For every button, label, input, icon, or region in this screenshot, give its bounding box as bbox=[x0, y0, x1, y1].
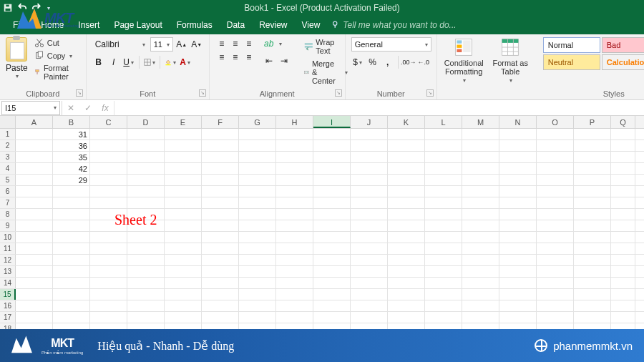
row-header[interactable]: 2 bbox=[0, 140, 16, 151]
dialog-launcher-icon[interactable]: ↘ bbox=[426, 89, 434, 97]
row-header[interactable]: 12 bbox=[0, 255, 16, 265]
cell[interactable] bbox=[276, 220, 313, 231]
cell[interactable] bbox=[127, 140, 165, 151]
cell[interactable] bbox=[202, 220, 239, 231]
cell[interactable] bbox=[276, 152, 313, 162]
tab-file[interactable]: File bbox=[6, 17, 34, 34]
cell[interactable] bbox=[239, 278, 276, 288]
cell[interactable] bbox=[53, 289, 90, 300]
cell[interactable] bbox=[611, 140, 635, 151]
cell[interactable] bbox=[425, 163, 462, 174]
col-header-K[interactable]: K bbox=[388, 116, 425, 128]
align-top-icon[interactable]: ≡ bbox=[215, 37, 228, 50]
style-calculation[interactable]: Calculation bbox=[602, 54, 644, 70]
cell[interactable] bbox=[202, 243, 239, 254]
cell[interactable] bbox=[202, 175, 239, 185]
cell[interactable] bbox=[276, 175, 313, 185]
cell[interactable] bbox=[611, 255, 635, 265]
cell[interactable] bbox=[127, 129, 165, 140]
cell[interactable] bbox=[574, 175, 611, 185]
cell[interactable] bbox=[462, 209, 499, 220]
cell[interactable] bbox=[388, 243, 425, 254]
col-header-P[interactable]: P bbox=[574, 116, 611, 128]
cell[interactable] bbox=[611, 312, 635, 323]
comma-format-icon[interactable]: , bbox=[381, 56, 394, 69]
row-header[interactable]: 5 bbox=[0, 175, 16, 185]
cell[interactable] bbox=[90, 175, 127, 185]
cell[interactable] bbox=[239, 186, 276, 197]
percent-format-icon[interactable]: % bbox=[366, 56, 379, 69]
cell[interactable] bbox=[165, 266, 202, 277]
banner-site[interactable]: phanmemmkt.vn bbox=[535, 339, 633, 352]
cell[interactable] bbox=[276, 278, 313, 288]
cell[interactable] bbox=[351, 289, 388, 300]
decrease-font-icon[interactable]: A▼ bbox=[190, 38, 203, 51]
accounting-format-icon[interactable]: $▾ bbox=[351, 56, 364, 69]
cell[interactable] bbox=[351, 278, 388, 288]
col-header-A[interactable]: A bbox=[16, 116, 53, 128]
cell[interactable] bbox=[276, 312, 313, 323]
format-as-table-button[interactable]: Format as Table▾ bbox=[489, 37, 532, 84]
decrease-decimal-icon[interactable]: ←.0 bbox=[417, 56, 430, 69]
cell[interactable] bbox=[499, 220, 537, 231]
cell[interactable] bbox=[351, 163, 388, 174]
cell[interactable] bbox=[462, 186, 499, 197]
cell[interactable] bbox=[90, 197, 127, 208]
cell[interactable] bbox=[351, 152, 388, 162]
cell[interactable] bbox=[351, 220, 388, 231]
cell[interactable] bbox=[425, 220, 462, 231]
cell[interactable] bbox=[574, 255, 611, 265]
cell[interactable] bbox=[499, 129, 537, 140]
cell[interactable] bbox=[499, 163, 537, 174]
cell[interactable] bbox=[165, 209, 202, 220]
cell[interactable] bbox=[425, 186, 462, 197]
cell[interactable] bbox=[90, 278, 127, 288]
cell[interactable] bbox=[611, 197, 635, 208]
cell[interactable] bbox=[611, 175, 635, 185]
cell[interactable] bbox=[388, 266, 425, 277]
cell[interactable] bbox=[239, 220, 276, 231]
col-header-C[interactable]: C bbox=[90, 116, 127, 128]
cell[interactable] bbox=[462, 243, 499, 254]
cell[interactable] bbox=[239, 129, 276, 140]
cell[interactable] bbox=[388, 186, 425, 197]
cell[interactable] bbox=[537, 289, 574, 300]
row-header[interactable]: 8 bbox=[0, 209, 16, 220]
cell[interactable] bbox=[574, 129, 611, 140]
cell[interactable] bbox=[313, 152, 351, 162]
cell[interactable] bbox=[90, 140, 127, 151]
cell[interactable] bbox=[276, 243, 313, 254]
font-name-select[interactable]: Calibri▾ bbox=[92, 39, 148, 49]
cell[interactable] bbox=[127, 243, 165, 254]
bold-button[interactable]: B bbox=[92, 56, 105, 69]
cell[interactable] bbox=[16, 289, 53, 300]
cell[interactable] bbox=[239, 232, 276, 243]
cell[interactable] bbox=[351, 255, 388, 265]
cell[interactable] bbox=[351, 209, 388, 220]
row-header[interactable]: 14 bbox=[0, 278, 16, 288]
cell[interactable] bbox=[127, 197, 165, 208]
cell[interactable] bbox=[16, 243, 53, 254]
cell[interactable] bbox=[313, 255, 351, 265]
cell[interactable] bbox=[313, 197, 351, 208]
cell[interactable] bbox=[16, 197, 53, 208]
cell[interactable] bbox=[276, 209, 313, 220]
copy-button[interactable]: Copy▾ bbox=[32, 50, 80, 62]
cell[interactable] bbox=[611, 220, 635, 231]
cell[interactable] bbox=[574, 140, 611, 151]
cell[interactable] bbox=[276, 163, 313, 174]
row-header[interactable]: 15 bbox=[0, 289, 16, 300]
cell[interactable] bbox=[16, 278, 53, 288]
cell[interactable] bbox=[16, 129, 53, 140]
cell[interactable] bbox=[202, 278, 239, 288]
name-box[interactable]: I15▾ bbox=[1, 101, 60, 115]
cell[interactable] bbox=[611, 163, 635, 174]
cell[interactable] bbox=[239, 197, 276, 208]
cell[interactable] bbox=[53, 278, 90, 288]
cell[interactable] bbox=[276, 289, 313, 300]
cell[interactable] bbox=[90, 243, 127, 254]
cell[interactable] bbox=[425, 152, 462, 162]
dialog-launcher-icon[interactable]: ↘ bbox=[199, 89, 206, 97]
cell[interactable] bbox=[202, 255, 239, 265]
cell[interactable] bbox=[165, 312, 202, 323]
